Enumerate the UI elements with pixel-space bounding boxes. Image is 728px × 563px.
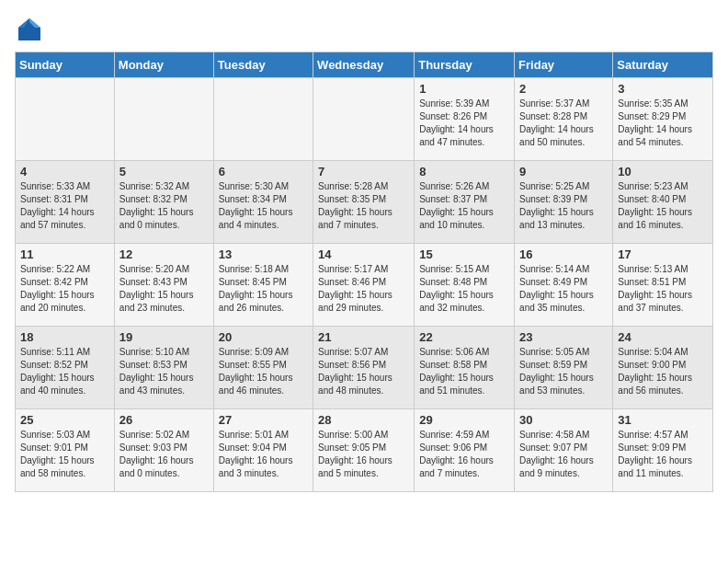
calendar-cell: 15Sunrise: 5:15 AM Sunset: 8:48 PM Dayli… xyxy=(415,244,515,327)
day-detail: Sunrise: 5:28 AM Sunset: 8:35 PM Dayligh… xyxy=(318,180,409,232)
day-detail: Sunrise: 5:10 AM Sunset: 8:53 PM Dayligh… xyxy=(119,346,209,397)
day-number: 3 xyxy=(618,82,708,96)
day-detail: Sunrise: 5:07 AM Sunset: 8:56 PM Dayligh… xyxy=(318,346,409,397)
day-number: 31 xyxy=(618,413,708,427)
day-detail: Sunrise: 5:13 AM Sunset: 8:51 PM Dayligh… xyxy=(618,263,708,315)
calendar-week-row: 11Sunrise: 5:22 AM Sunset: 8:42 PM Dayli… xyxy=(16,244,713,327)
day-number: 12 xyxy=(119,247,209,261)
day-detail: Sunrise: 5:11 AM Sunset: 8:52 PM Dayligh… xyxy=(20,346,109,397)
day-detail: Sunrise: 5:33 AM Sunset: 8:31 PM Dayligh… xyxy=(20,180,109,232)
day-number: 26 xyxy=(119,413,209,427)
weekday-header-saturday: Saturday xyxy=(613,52,713,78)
day-number: 18 xyxy=(20,330,109,344)
weekday-header-wednesday: Wednesday xyxy=(313,52,415,78)
calendar-week-row: 4Sunrise: 5:33 AM Sunset: 8:31 PM Daylig… xyxy=(16,161,713,244)
day-number: 17 xyxy=(618,247,708,261)
day-detail: Sunrise: 5:25 AM Sunset: 8:39 PM Dayligh… xyxy=(519,180,608,232)
day-number: 27 xyxy=(219,413,308,427)
day-detail: Sunrise: 5:04 AM Sunset: 9:00 PM Dayligh… xyxy=(618,346,708,397)
calendar-cell: 20Sunrise: 5:09 AM Sunset: 8:55 PM Dayli… xyxy=(213,327,313,409)
day-number: 1 xyxy=(419,82,509,96)
calendar-cell: 22Sunrise: 5:06 AM Sunset: 8:58 PM Dayli… xyxy=(415,327,515,409)
calendar-cell xyxy=(213,78,313,161)
calendar-cell xyxy=(16,78,115,161)
calendar-cell: 12Sunrise: 5:20 AM Sunset: 8:43 PM Dayli… xyxy=(114,244,213,327)
calendar-cell: 6Sunrise: 5:30 AM Sunset: 8:34 PM Daylig… xyxy=(213,161,313,244)
day-number: 10 xyxy=(618,165,708,178)
page-header xyxy=(15,15,713,44)
calendar-cell: 31Sunrise: 4:57 AM Sunset: 9:09 PM Dayli… xyxy=(613,409,713,492)
day-detail: Sunrise: 5:23 AM Sunset: 8:40 PM Dayligh… xyxy=(618,180,708,232)
weekday-header-monday: Monday xyxy=(114,52,213,78)
day-detail: Sunrise: 5:03 AM Sunset: 9:01 PM Dayligh… xyxy=(20,429,109,480)
calendar-week-row: 25Sunrise: 5:03 AM Sunset: 9:01 PM Dayli… xyxy=(16,409,713,492)
day-number: 23 xyxy=(519,330,608,344)
day-detail: Sunrise: 4:59 AM Sunset: 9:06 PM Dayligh… xyxy=(419,429,509,480)
day-detail: Sunrise: 4:57 AM Sunset: 9:09 PM Dayligh… xyxy=(618,429,708,480)
calendar-cell: 11Sunrise: 5:22 AM Sunset: 8:42 PM Dayli… xyxy=(16,244,115,327)
calendar-cell: 4Sunrise: 5:33 AM Sunset: 8:31 PM Daylig… xyxy=(16,161,115,244)
day-detail: Sunrise: 5:09 AM Sunset: 8:55 PM Dayligh… xyxy=(219,346,308,397)
weekday-header-thursday: Thursday xyxy=(415,52,515,78)
day-detail: Sunrise: 5:22 AM Sunset: 8:42 PM Dayligh… xyxy=(20,263,109,315)
day-number: 30 xyxy=(519,413,608,427)
calendar-week-row: 18Sunrise: 5:11 AM Sunset: 8:52 PM Dayli… xyxy=(16,327,713,409)
weekday-header-sunday: Sunday xyxy=(16,52,115,78)
calendar-cell: 29Sunrise: 4:59 AM Sunset: 9:06 PM Dayli… xyxy=(415,409,515,492)
day-number: 4 xyxy=(20,165,109,178)
day-detail: Sunrise: 5:01 AM Sunset: 9:04 PM Dayligh… xyxy=(219,429,308,480)
calendar-cell: 23Sunrise: 5:05 AM Sunset: 8:59 PM Dayli… xyxy=(515,327,613,409)
day-detail: Sunrise: 5:17 AM Sunset: 8:46 PM Dayligh… xyxy=(318,263,409,315)
weekday-header-tuesday: Tuesday xyxy=(213,52,313,78)
day-detail: Sunrise: 5:20 AM Sunset: 8:43 PM Dayligh… xyxy=(119,263,209,315)
day-number: 9 xyxy=(519,165,608,178)
day-number: 14 xyxy=(318,247,409,261)
day-detail: Sunrise: 5:35 AM Sunset: 8:29 PM Dayligh… xyxy=(618,98,708,149)
day-detail: Sunrise: 5:05 AM Sunset: 8:59 PM Dayligh… xyxy=(519,346,608,397)
day-detail: Sunrise: 5:30 AM Sunset: 8:34 PM Dayligh… xyxy=(219,180,308,232)
calendar-cell: 30Sunrise: 4:58 AM Sunset: 9:07 PM Dayli… xyxy=(515,409,613,492)
day-number: 28 xyxy=(318,413,409,427)
day-number: 20 xyxy=(219,330,308,344)
day-detail: Sunrise: 5:18 AM Sunset: 8:45 PM Dayligh… xyxy=(219,263,308,315)
day-number: 25 xyxy=(20,413,109,427)
day-number: 15 xyxy=(419,247,509,261)
calendar-cell: 14Sunrise: 5:17 AM Sunset: 8:46 PM Dayli… xyxy=(313,244,415,327)
day-number: 2 xyxy=(519,82,608,96)
calendar-header-row: SundayMondayTuesdayWednesdayThursdayFrid… xyxy=(16,52,713,78)
day-number: 29 xyxy=(419,413,509,427)
calendar-cell xyxy=(114,78,213,161)
calendar-cell: 2Sunrise: 5:37 AM Sunset: 8:28 PM Daylig… xyxy=(515,78,613,161)
day-detail: Sunrise: 5:02 AM Sunset: 9:03 PM Dayligh… xyxy=(119,429,209,480)
calendar-cell: 27Sunrise: 5:01 AM Sunset: 9:04 PM Dayli… xyxy=(213,409,313,492)
calendar-cell: 18Sunrise: 5:11 AM Sunset: 8:52 PM Dayli… xyxy=(16,327,115,409)
day-number: 13 xyxy=(219,247,308,261)
day-number: 24 xyxy=(618,330,708,344)
calendar-cell: 13Sunrise: 5:18 AM Sunset: 8:45 PM Dayli… xyxy=(213,244,313,327)
calendar-table: SundayMondayTuesdayWednesdayThursdayFrid… xyxy=(15,52,713,492)
day-detail: Sunrise: 5:00 AM Sunset: 9:05 PM Dayligh… xyxy=(318,429,409,480)
day-number: 16 xyxy=(519,247,608,261)
calendar-cell: 8Sunrise: 5:26 AM Sunset: 8:37 PM Daylig… xyxy=(415,161,515,244)
day-number: 11 xyxy=(20,247,109,261)
day-number: 21 xyxy=(318,330,409,344)
day-detail: Sunrise: 5:37 AM Sunset: 8:28 PM Dayligh… xyxy=(519,98,608,149)
calendar-cell: 7Sunrise: 5:28 AM Sunset: 8:35 PM Daylig… xyxy=(313,161,415,244)
day-number: 6 xyxy=(219,165,308,178)
day-detail: Sunrise: 5:06 AM Sunset: 8:58 PM Dayligh… xyxy=(419,346,509,397)
day-detail: Sunrise: 5:32 AM Sunset: 8:32 PM Dayligh… xyxy=(119,180,209,232)
logo-icon xyxy=(15,15,44,44)
calendar-cell: 24Sunrise: 5:04 AM Sunset: 9:00 PM Dayli… xyxy=(613,327,713,409)
calendar-cell: 16Sunrise: 5:14 AM Sunset: 8:49 PM Dayli… xyxy=(515,244,613,327)
calendar-cell: 10Sunrise: 5:23 AM Sunset: 8:40 PM Dayli… xyxy=(613,161,713,244)
day-number: 7 xyxy=(318,165,409,178)
calendar-cell: 9Sunrise: 5:25 AM Sunset: 8:39 PM Daylig… xyxy=(515,161,613,244)
weekday-header-friday: Friday xyxy=(515,52,613,78)
calendar-cell: 28Sunrise: 5:00 AM Sunset: 9:05 PM Dayli… xyxy=(313,409,415,492)
calendar-cell: 17Sunrise: 5:13 AM Sunset: 8:51 PM Dayli… xyxy=(613,244,713,327)
day-detail: Sunrise: 5:14 AM Sunset: 8:49 PM Dayligh… xyxy=(519,263,608,315)
calendar-cell: 21Sunrise: 5:07 AM Sunset: 8:56 PM Dayli… xyxy=(313,327,415,409)
day-number: 22 xyxy=(419,330,509,344)
calendar-cell: 1Sunrise: 5:39 AM Sunset: 8:26 PM Daylig… xyxy=(415,78,515,161)
calendar-cell: 26Sunrise: 5:02 AM Sunset: 9:03 PM Dayli… xyxy=(114,409,213,492)
